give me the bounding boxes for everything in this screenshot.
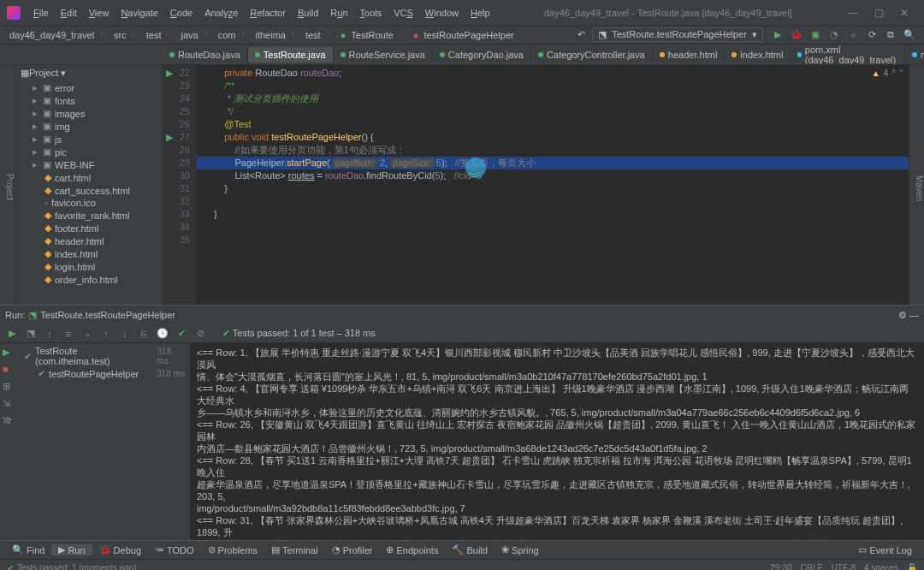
prev-button[interactable]: ↑ bbox=[98, 326, 115, 341]
close-button[interactable]: ✕ bbox=[891, 7, 917, 19]
tree-item[interactable]: ◆ favorite_rank.html bbox=[15, 209, 162, 222]
editor-tab[interactable]: TestRoute.java bbox=[248, 47, 334, 62]
maximize-button[interactable]: ▢ bbox=[866, 7, 891, 19]
tree-item[interactable]: ◆ index.html bbox=[15, 247, 162, 260]
project-header[interactable]: ▦ Project ▾ bbox=[15, 65, 162, 81]
tree-item[interactable]: ▸▣ pic bbox=[15, 145, 162, 158]
toggle-auto-button[interactable]: ⬔ bbox=[22, 326, 39, 341]
tool-problems[interactable]: ⊘ Problems bbox=[201, 544, 264, 555]
editor-tab[interactable]: header.html bbox=[653, 47, 725, 62]
crumb[interactable]: TestRoute bbox=[348, 30, 396, 40]
tool-run[interactable]: ▶ Run bbox=[51, 544, 92, 555]
debug-button[interactable]: 🐞 bbox=[789, 27, 804, 43]
tree-item[interactable]: ▫ favicon.ico bbox=[15, 197, 162, 209]
crumb[interactable]: itheima bbox=[252, 30, 287, 40]
layout-icon[interactable]: ⊞ bbox=[3, 381, 16, 395]
tree-item[interactable]: ▸▣ js bbox=[15, 133, 162, 145]
run-button[interactable]: ▶ bbox=[770, 27, 785, 43]
stop-button[interactable]: ■ bbox=[845, 27, 861, 43]
run-tab-label[interactable]: Run: bbox=[5, 310, 25, 320]
editor-tab[interactable]: CategoryDao.java bbox=[433, 47, 531, 62]
run-config-selector[interactable]: ⬔ TestRoute.testRoutePageHelper ▾ bbox=[592, 27, 763, 42]
search-icon[interactable]: 🔍 bbox=[902, 27, 917, 43]
hide-button[interactable]: ⚙ — bbox=[898, 310, 919, 321]
editor-gutter[interactable]: ▶2223242526▶272829303132333435 bbox=[163, 65, 197, 305]
event-log[interactable]: ▭ Event Log bbox=[851, 544, 919, 555]
caret-position[interactable]: 29:30 bbox=[770, 563, 791, 570]
test-tree[interactable]: ✔TestRoute (com.itheima.test)318 ms✔test… bbox=[19, 343, 190, 540]
tree-item[interactable]: ▸▣ fonts bbox=[15, 94, 162, 107]
crumb[interactable]: com bbox=[216, 30, 239, 40]
menu-refactor[interactable]: Refactor bbox=[244, 8, 292, 18]
history-button[interactable]: 🕓 bbox=[154, 326, 171, 341]
inspection-indicator[interactable]: ▲4 ^ ˅ bbox=[872, 68, 903, 78]
sort-button[interactable]: ↕ bbox=[41, 326, 58, 341]
editor-code[interactable]: private RouteDao routeDao; /** * 测试分页插件的… bbox=[197, 65, 909, 305]
tool-profiler[interactable]: ◔ Profiler bbox=[325, 544, 380, 555]
stop-icon[interactable]: ■ bbox=[3, 364, 16, 377]
tree-item[interactable]: ◆ cart_success.html bbox=[15, 184, 162, 197]
tree-item[interactable]: ◆ order_info.html bbox=[15, 273, 162, 286]
tree-item[interactable]: ▸▣ WEB-INF bbox=[15, 158, 162, 171]
tree-item[interactable]: ◆ login.html bbox=[15, 260, 162, 273]
tool-todo[interactable]: ≔ TODO bbox=[148, 544, 201, 555]
tree-item[interactable]: ◆ header.html bbox=[15, 235, 162, 247]
search-everywhere-button[interactable]: ⧉ bbox=[883, 27, 898, 43]
tree-item[interactable]: ▸▣ images bbox=[15, 107, 162, 120]
editor-tab[interactable]: mybati… bbox=[905, 47, 924, 62]
menu-file[interactable]: File bbox=[27, 8, 55, 18]
editor-tab[interactable]: pom.xml (day46_day49_travel) bbox=[791, 45, 904, 65]
tool-spring[interactable]: ❀ Spring bbox=[495, 544, 546, 555]
tool-find[interactable]: 🔍 Find bbox=[5, 544, 51, 555]
left-tool-strip[interactable]: Project bbox=[0, 65, 15, 305]
console-output[interactable]: <== Row: 1, 【旅展 半价特惠 重走丝路·漫游宁夏 双飞4天】银川西部… bbox=[190, 343, 924, 540]
expand-button[interactable]: ≡ bbox=[60, 326, 77, 341]
crumb[interactable]: test bbox=[303, 30, 323, 40]
code-editor[interactable]: ▶2223242526▶272829303132333435 private R… bbox=[163, 65, 909, 305]
coverage-button[interactable]: ▣ bbox=[808, 27, 823, 43]
tool-build[interactable]: 🔨 Build bbox=[445, 544, 494, 555]
menu-view[interactable]: View bbox=[83, 8, 116, 18]
test-tree-item[interactable]: ✔TestRoute (com.itheima.test)318 ms bbox=[22, 345, 187, 367]
editor-tab[interactable]: RouteService.java bbox=[334, 47, 433, 62]
rerun-button[interactable]: ▶ bbox=[3, 326, 21, 341]
editor-tab[interactable]: index.html bbox=[725, 47, 791, 62]
editor-tab[interactable]: CategoryController.java bbox=[531, 47, 653, 62]
menu-run[interactable]: Run bbox=[324, 8, 353, 18]
tool-terminal[interactable]: ▤ Terminal bbox=[264, 544, 325, 555]
tree-item[interactable]: ◆ cart.html bbox=[15, 171, 162, 184]
menu-navigate[interactable]: Navigate bbox=[115, 8, 163, 18]
right-tool-strip[interactable]: Maven Database bbox=[909, 65, 924, 305]
readonly-lock-icon[interactable]: 🔓 bbox=[907, 563, 917, 570]
tree-item[interactable]: ▸▣ error bbox=[15, 81, 162, 94]
menu-window[interactable]: Window bbox=[419, 8, 465, 18]
tool-endpoints[interactable]: ⊕ Endpoints bbox=[379, 544, 445, 555]
update-button[interactable]: ⟳ bbox=[864, 27, 880, 43]
tool-debug[interactable]: 🐞 Debug bbox=[92, 544, 148, 555]
pass-filter[interactable]: ✔ bbox=[173, 326, 190, 341]
menu-analyze[interactable]: Analyze bbox=[198, 8, 244, 18]
tree-item[interactable]: ▸▣ img bbox=[15, 120, 162, 133]
tree-item[interactable]: ◆ footer.html bbox=[15, 222, 162, 235]
crumb[interactable]: src bbox=[111, 30, 129, 40]
crumb[interactable]: day46_day49_travel bbox=[7, 30, 97, 40]
file-encoding[interactable]: UTF-8 bbox=[832, 563, 856, 570]
menu-build[interactable]: Build bbox=[292, 8, 324, 18]
rerun-icon[interactable]: ▶ bbox=[3, 347, 16, 360]
pin-icon[interactable]: ⇲ bbox=[3, 398, 16, 412]
settings-icon[interactable]: 🗱 bbox=[3, 415, 16, 429]
menu-help[interactable]: Help bbox=[465, 8, 496, 18]
back-button[interactable]: ↶ bbox=[573, 27, 589, 43]
menu-code[interactable]: Code bbox=[164, 8, 198, 18]
menu-vcs[interactable]: VCS bbox=[388, 8, 419, 18]
export-button[interactable]: ⎘ bbox=[135, 326, 152, 341]
ignore-filter[interactable]: ⊘ bbox=[192, 326, 209, 341]
crumb[interactable]: test bbox=[144, 30, 164, 40]
minimize-button[interactable]: — bbox=[840, 7, 866, 19]
test-tree-item[interactable]: ✔testRoutePageHelper318 ms bbox=[22, 367, 187, 380]
next-button[interactable]: ↓ bbox=[116, 326, 133, 341]
crumb[interactable]: testRoutePageHelper bbox=[422, 30, 517, 40]
collapse-button[interactable]: ⌄ bbox=[79, 326, 96, 341]
menu-edit[interactable]: Edit bbox=[55, 8, 83, 18]
indent-info[interactable]: 4 spaces bbox=[864, 563, 898, 570]
